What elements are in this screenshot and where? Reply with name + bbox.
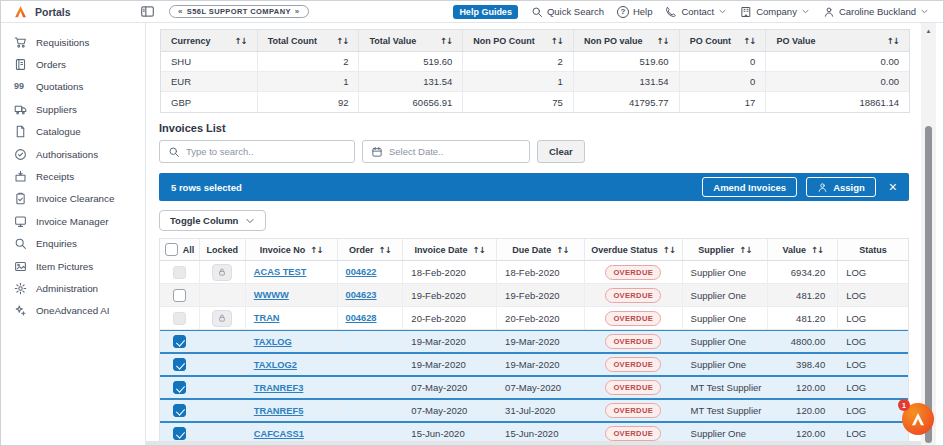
row-checkbox[interactable] — [173, 335, 186, 348]
row-checkbox[interactable] — [173, 381, 186, 394]
column-header-invoice-no[interactable]: Invoice No↑↓ — [246, 239, 338, 260]
sort-icon[interactable]: ↑↓ — [743, 36, 755, 46]
clear-button[interactable]: Clear — [537, 140, 585, 163]
help-button[interactable]: ? Help — [617, 6, 653, 18]
sort-icon[interactable]: ↑↓ — [887, 36, 899, 46]
support-chat-widget[interactable]: 1 — [902, 403, 934, 435]
prev-company-icon[interactable]: « — [178, 7, 183, 16]
invoice-link[interactable]: ACAS TEST — [254, 267, 307, 277]
sort-icon[interactable]: ↑↓ — [473, 245, 485, 255]
invoice-link[interactable]: TAXLOG2 — [254, 360, 297, 370]
order-link[interactable]: 004628 — [346, 313, 377, 323]
currency-column-header[interactable]: Total Count ↑↓ — [258, 30, 360, 51]
select-all-checkbox[interactable] — [165, 243, 178, 256]
scroll-up-icon[interactable]: ▲ — [921, 28, 936, 34]
currency-column-header[interactable]: Total Value ↑↓ — [359, 30, 463, 51]
sort-icon[interactable]: ↑↓ — [336, 36, 348, 46]
order-link[interactable]: 004622 — [346, 267, 377, 277]
horizontal-scrollbar[interactable] — [146, 441, 921, 445]
order-link[interactable]: 004623 — [346, 290, 377, 300]
user-menu[interactable]: Caroline Buckland — [823, 6, 929, 18]
sort-icon[interactable]: ↑↓ — [551, 36, 563, 46]
scrollbar-thumb[interactable] — [925, 126, 932, 443]
sort-icon[interactable]: ↑↓ — [656, 36, 668, 46]
column-header-due-date[interactable]: Due Date↑↓ — [497, 239, 585, 260]
column-header-order[interactable]: Order↑↓ — [338, 239, 404, 260]
close-icon[interactable]: × — [889, 180, 897, 194]
sidebar-item-enquiries[interactable]: Enquiries — [1, 233, 145, 255]
amend-invoices-button[interactable]: Amend Invoices — [702, 177, 797, 197]
sort-icon[interactable]: ↑↓ — [556, 245, 568, 255]
lock-icon[interactable] — [212, 264, 232, 281]
sort-icon[interactable]: ↑↓ — [739, 245, 751, 255]
invoice-link[interactable]: TAXLOG — [254, 337, 292, 347]
column-header-invoice-date[interactable]: Invoice Date↑↓ — [403, 239, 497, 260]
row-checkbox[interactable] — [173, 289, 186, 302]
sidebar-item-label: Enquiries — [36, 238, 77, 249]
due-date: 31-Jul-2020 — [497, 400, 585, 421]
sort-icon[interactable]: ↑↓ — [310, 245, 322, 255]
company-menu[interactable]: Company — [740, 6, 810, 18]
column-header-overdue-status[interactable]: Overdue Status↑↓ — [585, 239, 683, 260]
sidebar-item-catalogue[interactable]: Catalogue — [1, 121, 145, 143]
sidebar-item-orders[interactable]: Orders — [1, 53, 145, 75]
sort-icon[interactable]: ↑↓ — [663, 245, 675, 255]
invoice-date: 19-Mar-2020 — [403, 354, 497, 375]
clipboard-icon — [14, 192, 27, 205]
check-circle-icon — [14, 148, 27, 161]
sidebar-toggle-icon[interactable] — [140, 4, 155, 19]
sort-icon[interactable]: ↑↓ — [235, 36, 247, 46]
sidebar-item-invoice-manager[interactable]: Invoice Manager — [1, 210, 145, 232]
sort-icon[interactable]: ↑↓ — [811, 245, 823, 255]
contact-menu[interactable]: Contact — [665, 6, 727, 18]
assign-button[interactable]: Assign — [806, 177, 876, 197]
row-checkbox[interactable] — [173, 266, 186, 279]
invoice-link[interactable]: TRAN — [254, 313, 280, 323]
currency-column-header[interactable]: Currency ↑↓ — [161, 30, 258, 51]
sidebar-item-receipts[interactable]: Receipts — [1, 165, 145, 187]
row-checkbox[interactable] — [173, 404, 186, 417]
invoice-link[interactable]: TRANREF3 — [254, 383, 304, 393]
search-input[interactable] — [186, 146, 346, 157]
currency-cell: 0 — [680, 72, 767, 91]
invoice-link[interactable]: TRANREF5 — [254, 406, 304, 416]
chevron-down-icon — [801, 7, 810, 16]
sidebar: Requisitions Orders 99 Quotations Suppli… — [1, 23, 146, 445]
date-input[interactable] — [389, 146, 521, 157]
due-date: 18-Feb-2020 — [497, 261, 585, 283]
row-checkbox[interactable] — [173, 427, 186, 440]
column-header-supplier[interactable]: Supplier↑↓ — [683, 239, 769, 260]
sidebar-item-suppliers[interactable]: Suppliers — [1, 98, 145, 120]
currency-column-header[interactable]: Non PO Count ↑↓ — [463, 30, 574, 51]
sidebar-item-requisitions[interactable]: Requisitions — [1, 31, 145, 53]
company-switcher[interactable]: « S56L SUPPORT COMPANY » — [169, 5, 309, 18]
sidebar-item-quotations[interactable]: 99 Quotations — [1, 76, 145, 98]
table-row: TAXLOG2 19-Mar-2020 19-Mar-2020 OVERDUE … — [160, 353, 908, 376]
next-company-icon[interactable]: » — [295, 7, 300, 16]
currency-cell: 75 — [463, 92, 574, 112]
sidebar-item-oneadvanced-ai[interactable]: OneAdvanced AI — [1, 300, 145, 322]
sort-icon[interactable]: ↑↓ — [379, 245, 391, 255]
selection-count: 5 rows selected — [171, 182, 242, 193]
column-header-value[interactable]: Value↑↓ — [768, 239, 838, 260]
sidebar-item-invoice-clearance[interactable]: Invoice Clearance — [1, 188, 145, 210]
sidebar-item-authorisations[interactable]: Authorisations — [1, 143, 145, 165]
invoices-table: All Locked Invoice No↑↓ Order↑↓ Invoice … — [159, 238, 909, 445]
toggle-column-button[interactable]: Toggle Column — [159, 210, 266, 231]
help-guides-button[interactable]: Help Guides — [453, 5, 518, 19]
quick-search-button[interactable]: Quick Search — [531, 6, 604, 18]
invoice-link[interactable]: CAFCASS1 — [254, 429, 304, 439]
vertical-scrollbar[interactable]: ▲ — [921, 23, 936, 445]
lock-icon[interactable] — [212, 310, 232, 327]
sidebar-item-administration[interactable]: Administration — [1, 277, 145, 299]
invoice-link[interactable]: WWWW — [254, 290, 289, 300]
currency-column-header[interactable]: PO Value ↑↓ — [766, 30, 909, 51]
row-checkbox[interactable] — [173, 312, 186, 325]
invoice-value: 120.00 — [768, 377, 838, 398]
row-checkbox[interactable] — [173, 358, 186, 371]
notification-badge: 1 — [898, 399, 910, 411]
sidebar-item-item-pictures[interactable]: Item Pictures — [1, 255, 145, 277]
currency-column-header[interactable]: Non PO value ↑↓ — [574, 30, 680, 51]
sort-icon[interactable]: ↑↓ — [440, 36, 452, 46]
currency-column-header[interactable]: PO Count ↑↓ — [680, 30, 767, 51]
